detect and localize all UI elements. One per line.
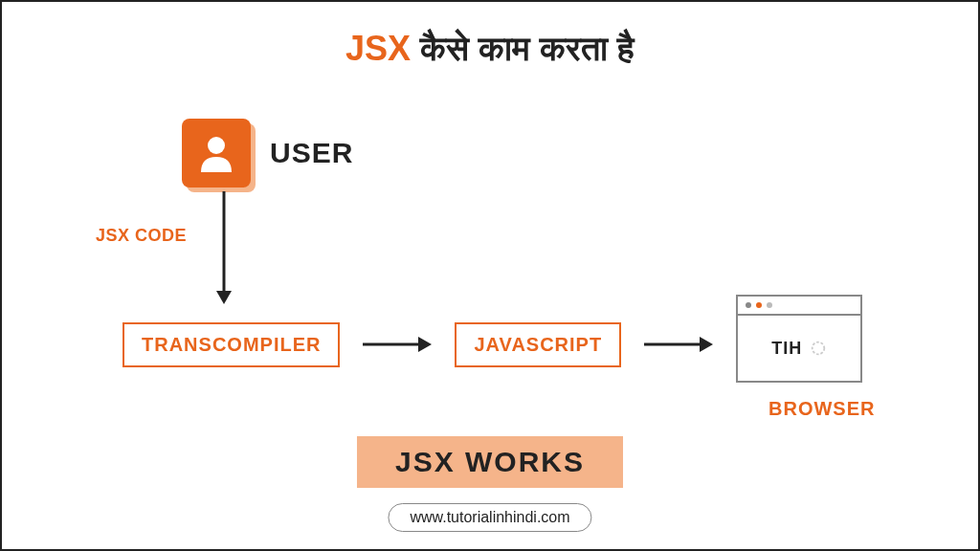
person-icon — [195, 132, 237, 174]
user-node: USER — [182, 119, 353, 187]
page-title: JSX कैसे काम करता है — [2, 2, 978, 69]
svg-marker-4 — [418, 337, 432, 352]
title-rest: कैसे काम करता है — [411, 29, 635, 68]
spinner-icon — [810, 340, 827, 357]
browser-label: BROWSER — [768, 398, 875, 420]
window-dot-icon — [767, 302, 772, 308]
arrow-right-icon — [644, 335, 713, 354]
browser-node: TIH — [736, 295, 862, 383]
jsx-code-label: JSX CODE — [96, 226, 187, 246]
title-jsx: JSX — [345, 29, 411, 68]
arrow-down-icon — [214, 191, 234, 304]
svg-point-7 — [813, 342, 825, 355]
source-url: www.tutorialinhindi.com — [388, 503, 591, 532]
transcompiler-box: TRANSCOMPILER — [122, 322, 340, 367]
flow-row: TRANSCOMPILER JAVASCRIPT TIH — [122, 300, 862, 388]
browser-body: TIH — [738, 316, 860, 381]
user-icon — [182, 119, 251, 187]
browser-titlebar — [738, 297, 860, 316]
footer-badge: JSX WORKS — [357, 436, 623, 488]
browser-window-icon: TIH — [736, 295, 862, 383]
window-dot-icon — [746, 302, 751, 308]
svg-marker-6 — [700, 337, 713, 352]
window-dot-icon — [756, 302, 762, 308]
user-icon-wrap — [182, 119, 251, 187]
arrow-right-icon — [363, 335, 432, 354]
user-label: USER — [270, 137, 353, 169]
svg-point-0 — [208, 137, 225, 154]
browser-tih-text: TIH — [771, 339, 802, 359]
javascript-box: JAVASCRIPT — [455, 322, 621, 367]
